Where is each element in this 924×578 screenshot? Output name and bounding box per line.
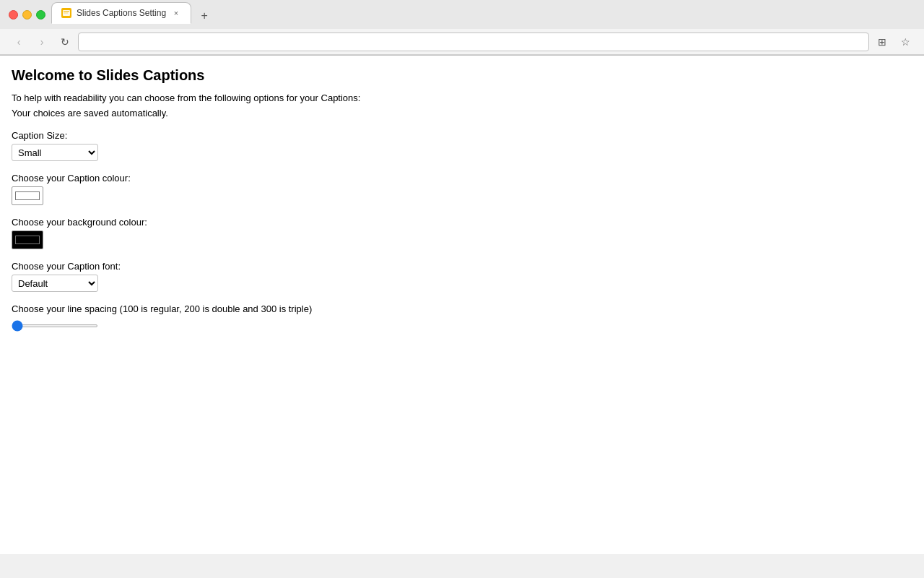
traffic-lights: [9, 10, 45, 20]
active-tab[interactable]: Slides Captions Setting ×: [51, 2, 191, 24]
background-colour-input[interactable]: [12, 230, 43, 249]
caption-colour-input[interactable]: [12, 186, 43, 205]
caption-size-label: Caption Size:: [12, 130, 912, 141]
caption-font-label: Choose your Caption font:: [12, 261, 912, 272]
caption-font-select[interactable]: Default Arial Times New Roman Courier Ne…: [12, 275, 98, 292]
line-spacing-label: Choose your line spacing (100 is regular…: [12, 303, 912, 314]
page-content: Welcome to Slides Captions To help with …: [0, 56, 924, 554]
caption-colour-group: Choose your Caption colour:: [12, 173, 912, 205]
nav-actions: ⊞ ☆: [872, 32, 915, 52]
svg-rect-2: [64, 11, 69, 12]
forward-button[interactable]: ›: [32, 32, 52, 52]
background-colour-picker-wrapper: [12, 230, 43, 249]
tab-favicon: [61, 7, 72, 19]
caption-colour-label: Choose your Caption colour:: [12, 173, 912, 184]
caption-font-group: Choose your Caption font: Default Arial …: [12, 261, 912, 292]
maximize-window-button[interactable]: [36, 10, 45, 20]
tab-close-button[interactable]: ×: [170, 7, 182, 19]
caption-size-group: Caption Size: Small Medium Large: [12, 130, 912, 161]
page-title: Welcome to Slides Captions: [12, 67, 912, 84]
address-bar[interactable]: [78, 33, 869, 51]
back-button[interactable]: ‹: [9, 32, 29, 52]
tab-title: Slides Captions Setting: [77, 8, 166, 18]
close-window-button[interactable]: [9, 10, 18, 20]
browser-chrome: Slides Captions Setting × + ‹ › ↻ ⊞ ☆: [0, 0, 924, 56]
reload-button[interactable]: ↻: [55, 32, 75, 52]
description-text: To help with readability you can choose …: [12, 92, 912, 103]
background-colour-label: Choose your background colour:: [12, 217, 912, 228]
bookmark-button[interactable]: ☆: [895, 32, 915, 52]
extensions-button[interactable]: ⊞: [872, 32, 892, 52]
nav-bar: ‹ › ↻ ⊞ ☆: [0, 29, 924, 55]
background-colour-group: Choose your background colour:: [12, 217, 912, 249]
title-bar: Slides Captions Setting × +: [0, 0, 924, 29]
auto-save-note: Your choices are saved automatically.: [12, 108, 912, 118]
minimize-window-button[interactable]: [22, 10, 32, 20]
caption-size-select[interactable]: Small Medium Large: [12, 144, 98, 161]
line-spacing-slider[interactable]: [12, 324, 98, 327]
tab-bar: Slides Captions Setting × +: [51, 6, 915, 23]
new-tab-button[interactable]: +: [194, 6, 214, 26]
caption-colour-picker-wrapper: [12, 186, 43, 205]
line-spacing-group: Choose your line spacing (100 is regular…: [12, 303, 912, 329]
svg-rect-3: [64, 13, 68, 14]
